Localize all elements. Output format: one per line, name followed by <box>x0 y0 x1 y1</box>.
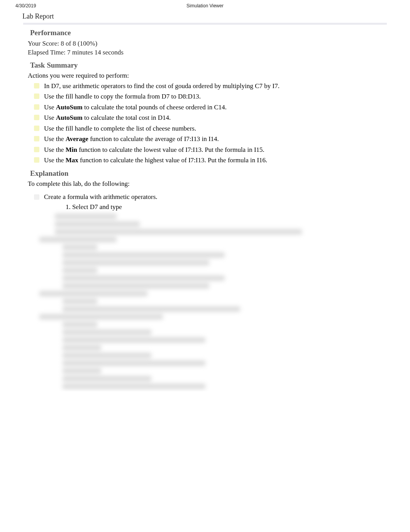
blur-line <box>39 237 117 242</box>
task-item: Use the Max function to calculate the hi… <box>44 155 387 165</box>
explanation-step-text: Create a formula with arithmetic operato… <box>44 193 158 201</box>
blur-line <box>63 268 97 273</box>
task-prefix: Use the <box>44 156 66 164</box>
explanation-substeps: 1. Select D7 and type <box>44 202 387 212</box>
task-text: Use the fill handle to complete the list… <box>44 125 196 132</box>
content-region: Performance Your Score: 8 of 8 (100%) El… <box>0 29 410 389</box>
task-bold: Max <box>66 156 78 164</box>
performance-heading: Performance <box>30 29 387 37</box>
score-line: Your Score: 8 of 8 (100%) <box>28 39 387 48</box>
task-bold: Min <box>66 146 77 153</box>
score-prefix: Your Score: <box>28 40 61 47</box>
explanation-substep: 1. Select D7 and type <box>66 202 387 212</box>
task-item: In D7, use arithmetic operators to find … <box>44 81 387 91</box>
blur-line <box>63 353 151 358</box>
task-list: In D7, use arithmetic operators to find … <box>28 81 387 165</box>
blur-line <box>63 260 209 265</box>
elapsed-value: 7 minutes 14 seconds <box>67 49 124 56</box>
header-date: 4/30/2019 <box>15 3 36 8</box>
blur-line <box>55 214 117 219</box>
task-prefix: Use the <box>44 146 66 153</box>
task-bold: Average <box>66 135 88 143</box>
task-item: Use the Min function to calculate the lo… <box>44 145 387 155</box>
task-prefix: Use <box>44 114 56 121</box>
blur-line <box>63 322 97 327</box>
page-header: 4/30/2019 Simulation Viewer <box>0 0 410 10</box>
blur-line <box>63 306 240 312</box>
task-suffix: to calculate the total pounds of cheese … <box>83 104 227 111</box>
task-prefix: Use <box>44 104 56 111</box>
task-summary-intro: Actions you were required to perform: <box>28 72 387 80</box>
blur-line <box>63 252 225 258</box>
divider <box>23 23 387 25</box>
explanation-intro: To complete this lab, do the following: <box>28 180 387 188</box>
task-suffix: to calculate the total cost in D14. <box>83 114 171 121</box>
task-suffix: function to calculate the lowest value o… <box>77 146 264 153</box>
task-item: Use the Average function to calculate th… <box>44 134 387 144</box>
blur-line <box>63 384 205 389</box>
explanation-step: Create a formula with arithmetic operato… <box>44 192 387 212</box>
task-item: Use the fill handle to complete the list… <box>44 124 387 134</box>
blurred-content <box>55 214 387 389</box>
header-title: Simulation Viewer <box>186 3 224 8</box>
task-bold: AutoSum <box>56 114 83 121</box>
blur-line <box>55 221 140 227</box>
blur-line <box>39 291 147 296</box>
task-bold: AutoSum <box>56 104 83 111</box>
blur-line <box>63 337 205 343</box>
lab-report-title: Lab Report <box>0 10 410 23</box>
blur-line <box>39 314 163 320</box>
blur-line <box>63 345 101 350</box>
task-summary-heading: Task Summary <box>30 61 387 70</box>
explanation-heading: Explanation <box>30 169 387 178</box>
task-item: Use AutoSum to calculate the total pound… <box>44 102 387 112</box>
score-value: 8 of 8 (100%) <box>61 40 97 47</box>
task-prefix: Use the <box>44 135 66 143</box>
blur-line <box>63 283 209 289</box>
blur-line <box>63 360 205 366</box>
blur-line <box>63 330 151 335</box>
task-suffix: function to calculate the highest value … <box>78 156 268 164</box>
blur-line <box>63 275 225 281</box>
task-text: Use the fill handle to copy the formula … <box>44 93 201 100</box>
blur-line <box>63 376 151 381</box>
task-item: Use the fill handle to copy the formula … <box>44 92 387 102</box>
task-text: In D7, use arithmetic operators to find … <box>44 82 280 90</box>
task-item: Use AutoSum to calculate the total cost … <box>44 113 387 123</box>
blur-line <box>63 245 97 250</box>
blur-line <box>63 299 97 304</box>
blur-line <box>63 368 101 374</box>
blur-line <box>55 229 302 235</box>
explanation-list: Create a formula with arithmetic operato… <box>28 192 387 212</box>
elapsed-line: Elapsed Time: 7 minutes 14 seconds <box>28 48 387 57</box>
task-suffix: function to calculate the average of I7:… <box>88 135 219 143</box>
elapsed-prefix: Elapsed Time: <box>28 49 67 56</box>
